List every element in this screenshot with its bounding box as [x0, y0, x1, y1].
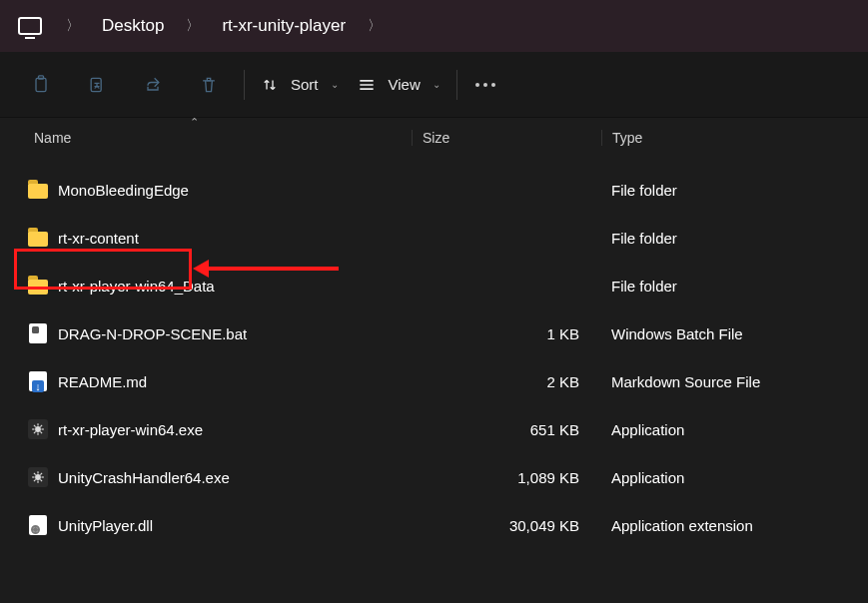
file-name: DRAG-N-DROP-SCENE.bat — [58, 325, 247, 342]
chevron-right-icon: 〉 — [174, 17, 212, 35]
breadcrumb[interactable]: 〉 Desktop 〉 rt-xr-unity-player 〉 — [0, 0, 868, 52]
folder-icon — [28, 276, 48, 296]
delete-button[interactable] — [182, 65, 236, 105]
application-icon — [28, 419, 48, 439]
breadcrumb-item[interactable]: rt-xr-unity-player — [216, 12, 352, 40]
file-row[interactable]: README.md2 KBMarkdown Source File — [0, 357, 868, 405]
file-name: UnityCrashHandler64.exe — [58, 469, 230, 486]
breadcrumb-item[interactable]: Desktop — [96, 12, 170, 40]
file-size: 651 KB — [412, 421, 601, 438]
folder-icon — [28, 228, 48, 248]
folder-icon — [28, 180, 48, 200]
toolbar: A Sort ⌄ View ⌄ — [0, 52, 868, 118]
svg-point-13 — [35, 474, 41, 480]
file-size: 1 KB — [412, 325, 601, 342]
batch-file-icon — [28, 323, 48, 343]
file-name: README.md — [58, 373, 147, 390]
svg-text:A: A — [95, 82, 100, 91]
chevron-down-icon: ⌄ — [331, 79, 339, 90]
toolbar-divider — [456, 70, 457, 100]
chevron-down-icon: ⌄ — [433, 79, 440, 90]
file-name: MonoBleedingEdge — [58, 182, 189, 199]
file-size: 1,089 KB — [412, 469, 601, 486]
file-row[interactable]: rt-xr-player-win64_DataFile folder — [0, 262, 868, 309]
more-button[interactable] — [465, 83, 505, 87]
svg-point-4 — [35, 426, 41, 432]
markdown-file-icon — [28, 371, 48, 391]
file-row[interactable]: UnityPlayer.dll30,049 KBApplication exte… — [0, 501, 868, 549]
file-row[interactable]: MonoBleedingEdgeFile folder — [0, 166, 868, 214]
file-type: Application extension — [601, 517, 868, 534]
svg-line-20 — [34, 479, 36, 481]
file-type: Windows Batch File — [601, 325, 868, 342]
file-row[interactable]: rt-xr-contentFile folder — [0, 214, 868, 262]
file-name: rt-xr-player-win64_Data — [58, 278, 215, 295]
file-type: File folder — [601, 278, 868, 295]
chevron-right-icon: 〉 — [54, 17, 92, 35]
file-type: File folder — [601, 230, 868, 247]
svg-line-12 — [40, 425, 42, 427]
sort-label: Sort — [291, 76, 319, 93]
svg-line-10 — [40, 431, 42, 433]
chevron-right-icon: 〉 — [356, 17, 394, 35]
this-pc-icon[interactable] — [18, 17, 42, 35]
svg-line-21 — [40, 473, 42, 475]
share-button[interactable] — [126, 65, 180, 105]
file-list: MonoBleedingEdgeFile folderrt-xr-content… — [0, 158, 868, 549]
file-row[interactable]: DRAG-N-DROP-SCENE.bat1 KBWindows Batch F… — [0, 309, 868, 357]
file-name: rt-xr-player-win64.exe — [58, 421, 203, 438]
file-type: Application — [601, 469, 868, 486]
file-type: Markdown Source File — [601, 373, 868, 390]
sort-button[interactable]: Sort ⌄ — [253, 70, 347, 100]
file-row[interactable]: UnityCrashHandler64.exe1,089 KBApplicati… — [0, 453, 868, 501]
application-icon — [28, 467, 48, 487]
column-name-label: Name — [34, 130, 71, 146]
column-size[interactable]: Size — [412, 130, 601, 146]
file-size: 30,049 KB — [412, 517, 601, 534]
cut-button[interactable] — [14, 65, 68, 105]
svg-rect-0 — [36, 78, 46, 91]
dll-file-icon — [28, 515, 48, 535]
column-headers: Name ⌃ Size Type — [0, 118, 868, 158]
view-button[interactable]: View ⌄ — [349, 69, 448, 101]
file-name: rt-xr-content — [58, 230, 139, 247]
sort-indicator-icon: ⌃ — [190, 116, 199, 129]
file-size: 2 KB — [412, 373, 601, 390]
svg-line-19 — [40, 479, 42, 481]
svg-line-9 — [34, 425, 36, 427]
toolbar-divider — [244, 70, 245, 100]
svg-line-11 — [34, 431, 36, 433]
file-name: UnityPlayer.dll — [58, 517, 153, 534]
copy-button[interactable]: A — [70, 65, 124, 105]
column-type[interactable]: Type — [601, 130, 868, 146]
file-row[interactable]: rt-xr-player-win64.exe651 KBApplication — [0, 405, 868, 453]
svg-line-18 — [34, 473, 36, 475]
view-label: View — [389, 76, 421, 93]
svg-rect-1 — [39, 75, 44, 78]
file-type: Application — [601, 421, 868, 438]
column-name[interactable]: Name ⌃ — [34, 130, 412, 146]
file-type: File folder — [601, 182, 868, 199]
